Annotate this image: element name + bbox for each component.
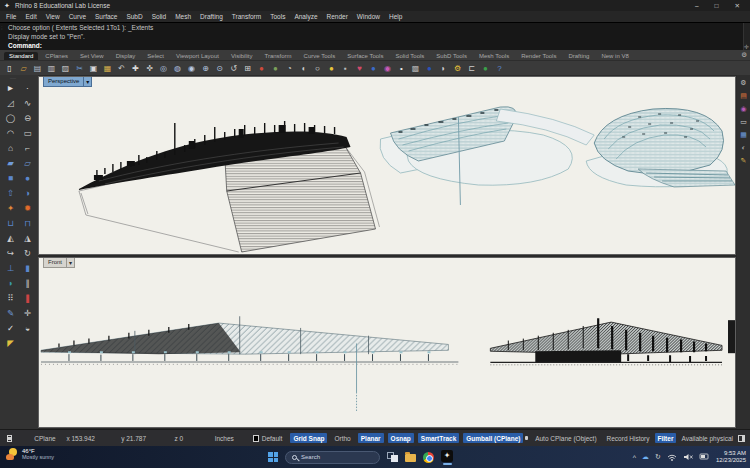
menu-item[interactable]: Edit (25, 13, 36, 20)
panel-display-icon[interactable]: ▭ (740, 118, 747, 126)
menu-item[interactable]: Analyze (294, 13, 317, 20)
tool-annotate[interactable]: ✎ (2, 305, 19, 320)
tool-pipe[interactable]: ⊥ (2, 260, 19, 275)
tool-surface[interactable]: ▰ (2, 155, 19, 170)
layer-color-swatch[interactable] (253, 435, 258, 442)
tab-render-tools[interactable]: Render Tools (516, 52, 561, 60)
tool-point[interactable]: · (19, 80, 36, 95)
tool-curve-edit[interactable]: ↪ (2, 245, 19, 260)
menu-item[interactable]: Render (327, 13, 348, 20)
tool-spotlight[interactable]: ◤ (2, 335, 19, 350)
tool-explode[interactable]: ✹ (19, 200, 36, 215)
isolate-icon[interactable]: ◖ (297, 62, 310, 75)
lamp-yellow-icon[interactable]: ● (325, 62, 338, 75)
units-selector[interactable]: Inches (215, 435, 254, 442)
tool-mesh[interactable]: ◭ (2, 230, 19, 245)
battery-icon[interactable] (699, 452, 710, 462)
tool-revolve[interactable]: ◑ (19, 185, 36, 200)
panel-toggle-icon[interactable] (738, 435, 745, 442)
menu-item[interactable]: Drafting (200, 13, 223, 20)
tool-polyline[interactable]: ◿ (2, 95, 19, 110)
menu-item[interactable]: Surface (95, 13, 117, 20)
copy-icon[interactable]: ▣ (87, 62, 100, 75)
panel-materials-icon[interactable]: ▦ (740, 131, 747, 139)
hide-object-icon[interactable]: ◔ (283, 62, 296, 75)
tab-subd-tools[interactable]: SubD Tools (431, 52, 472, 60)
menu-item[interactable]: Mesh (175, 13, 191, 20)
point-cloud-icon[interactable]: • (395, 62, 408, 75)
tab-set-view[interactable]: Set View (75, 52, 109, 60)
tab-viewport-layout[interactable]: Viewport Layout (171, 52, 224, 60)
tab-new-in-v8[interactable]: New in V8 (596, 52, 633, 60)
menu-item[interactable]: Window (357, 13, 380, 20)
shaded-model-perspective[interactable] (380, 107, 735, 205)
pen-model-front[interactable] (490, 318, 735, 365)
options-gear-icon[interactable]: ⚙ (451, 62, 464, 75)
menu-item[interactable]: Solid (152, 13, 166, 20)
tab-display[interactable]: Display (111, 52, 141, 60)
tool-polygon[interactable]: ⌂ (2, 140, 19, 155)
ghosted-model-front[interactable] (41, 316, 458, 411)
tool-arc[interactable]: ◠ (2, 125, 19, 140)
record-history-toggle[interactable]: Record History (607, 435, 650, 442)
tool-measure[interactable]: ∥ (19, 275, 36, 290)
tray-chevron-icon[interactable]: ^ (633, 454, 636, 461)
history-tree-icon[interactable]: ⊏ (465, 62, 478, 75)
tab-cplanes[interactable]: CPlanes (40, 52, 73, 60)
start-button[interactable] (268, 452, 278, 462)
tab-transform[interactable]: Transform (259, 52, 296, 60)
tool-analyze[interactable]: ◒ (19, 320, 36, 335)
selection-filter-icon[interactable]: ▩ (409, 62, 422, 75)
menu-item[interactable]: Help (389, 13, 402, 20)
task-view-button[interactable] (387, 452, 398, 462)
cut-icon[interactable]: ✂ (73, 62, 86, 75)
taskbar-weather-widget[interactable]: 46°F Mostly sunny (6, 448, 54, 460)
tool-array[interactable]: ⠿ (2, 290, 19, 305)
file-explorer-button[interactable] (405, 454, 416, 462)
tab-standard[interactable]: Standard (4, 52, 38, 60)
auto-cplane-status[interactable]: Auto CPlane (Object) (535, 435, 596, 442)
cplane-selector[interactable]: CPlane (34, 435, 66, 442)
viewport-layout-icon[interactable]: ⊞ (241, 62, 254, 75)
tool-ellipse[interactable]: ⊖ (19, 110, 36, 125)
command-scrollbar[interactable]: ✛ (743, 23, 750, 50)
move-view-icon[interactable]: ✜ (143, 62, 156, 75)
tab-curve-tools[interactable]: Curve Tools (299, 52, 341, 60)
tab-solid-tools[interactable]: Solid Tools (390, 52, 429, 60)
shaded-view-icon[interactable]: ● (269, 62, 282, 75)
earth-icon[interactable]: ● (479, 62, 492, 75)
zoom-window-icon[interactable]: ◍ (171, 62, 184, 75)
tool-blank[interactable] (19, 335, 36, 350)
toggle-grid-snap[interactable]: Grid Snap (290, 433, 327, 443)
tab-surface-tools[interactable]: Surface Tools (342, 52, 388, 60)
export-icon[interactable]: ▨ (59, 62, 72, 75)
tool-boolean-union[interactable]: ⊔ (2, 215, 19, 230)
toggle-ortho[interactable]: Ortho (331, 433, 353, 443)
tool-corner-curve[interactable]: ⌐ (19, 140, 36, 155)
layer-state-icon[interactable]: ♥ (353, 62, 366, 75)
menu-item[interactable]: View (46, 13, 60, 20)
menu-item[interactable]: SubD (126, 13, 142, 20)
command-grip[interactable]: ⁝ (1, 25, 3, 31)
tool-fillet[interactable]: ✦ (2, 200, 19, 215)
perspective-scene[interactable] (39, 77, 735, 254)
volume-icon[interactable] (683, 452, 693, 462)
move-grip-icon[interactable]: ✛ (744, 43, 749, 50)
material-sphere-icon[interactable]: ● (423, 62, 436, 75)
tab-select[interactable]: Select (142, 52, 169, 60)
chevron-down-icon[interactable]: ▾ (84, 77, 92, 87)
filter-toggle[interactable]: Filter (655, 433, 677, 443)
open-file-icon[interactable]: ▱ (17, 62, 30, 75)
onedrive-icon[interactable]: ☁ (642, 453, 649, 461)
chrome-button[interactable] (423, 452, 434, 463)
save-icon[interactable]: ▤ (31, 62, 44, 75)
undo-view-icon[interactable]: ↺ (227, 62, 240, 75)
viewport-front[interactable]: Front ▾ (38, 257, 736, 428)
viewport-tab-front[interactable]: Front ▾ (43, 258, 75, 268)
tool-cylinder[interactable]: ▮ (19, 260, 36, 275)
toolbar-gear-icon[interactable]: ⚙ (741, 51, 747, 59)
render-preview-icon[interactable]: ◗ (437, 62, 450, 75)
current-layer[interactable]: Default (262, 435, 289, 442)
render-sphere-icon[interactable]: ● (367, 62, 380, 75)
zoom-selected-icon[interactable]: ◉ (185, 62, 198, 75)
